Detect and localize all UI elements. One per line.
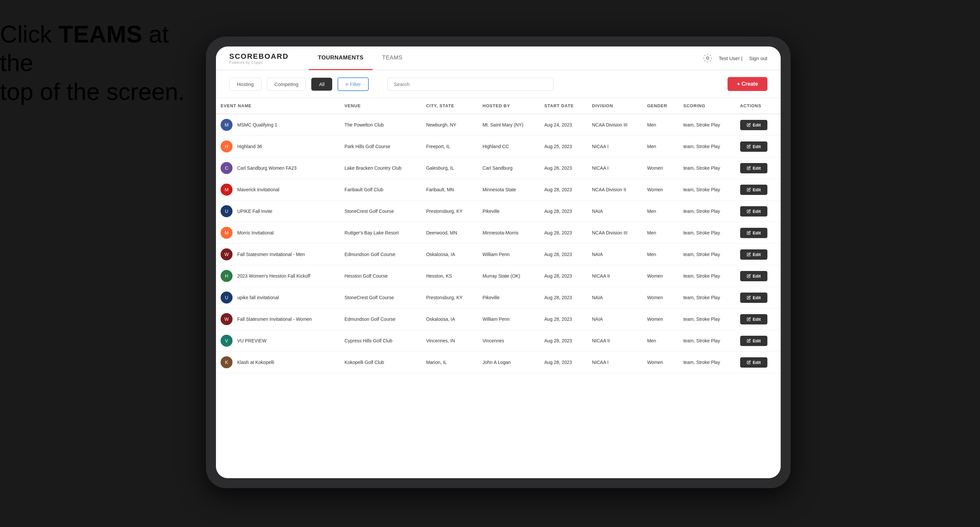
cell-city-state: Deerwood, MN (422, 222, 478, 244)
cell-hosted-by: Pikeville (478, 201, 539, 222)
instruction-text: Click TEAMS at thetop of the screen. (0, 20, 206, 106)
edit-button[interactable]: Edit (740, 185, 768, 195)
table-row: V VU PREVIEW Cypress Hills Golf Club Vin… (216, 330, 781, 352)
cell-division: NCAA Division II (587, 179, 643, 201)
event-name-text: MSMC Qualifying 1 (237, 122, 277, 127)
cell-hosted-by: Carl Sandburg (478, 157, 539, 179)
cell-start-date: Aug 25, 2023 (539, 136, 587, 157)
col-actions: ACTIONS (735, 98, 781, 114)
filter-button[interactable]: ≡ Filter (337, 77, 369, 91)
cell-gender: Men (643, 222, 679, 244)
cell-scoring: team, Stroke Play (679, 136, 735, 157)
edit-button[interactable]: Edit (740, 163, 768, 173)
cell-hosted-by: Murray State (OK) (478, 265, 539, 287)
event-name-text: UPIKE Fall Invite (237, 208, 272, 214)
cell-venue: Edmundson Golf Course (340, 244, 422, 265)
hosting-button[interactable]: Hosting (229, 78, 261, 90)
edit-button[interactable]: Edit (740, 141, 768, 152)
team-logo: U (221, 292, 232, 303)
cell-gender: Men (643, 114, 679, 136)
all-button[interactable]: All (311, 78, 332, 90)
cell-city-state: Oskaloosa, IA (422, 244, 478, 265)
edit-button[interactable]: Edit (740, 336, 768, 346)
team-logo: H (221, 270, 232, 282)
cell-city-state: Vincennes, IN (422, 330, 478, 352)
cell-gender: Men (643, 244, 679, 265)
cell-hosted-by: Minnesota-Morris (478, 222, 539, 244)
edit-button[interactable]: Edit (740, 249, 768, 260)
cell-actions: Edit (735, 201, 781, 222)
cell-start-date: Aug 24, 2023 (539, 114, 587, 136)
table-row: M MSMC Qualifying 1 The Powelton Club Ne… (216, 114, 781, 136)
cell-division: NCAA Division III (587, 114, 643, 136)
cell-start-date: Aug 26, 2023 (539, 157, 587, 179)
cell-actions: Edit (735, 330, 781, 352)
cell-division: NCAA Division III (587, 222, 643, 244)
cell-city-state: Oskaloosa, IA (422, 308, 478, 330)
cell-actions: Edit (735, 287, 781, 308)
edit-button[interactable]: Edit (740, 271, 768, 281)
gear-icon[interactable] (703, 54, 712, 63)
cell-venue: Kokopelli Golf Club (340, 352, 422, 373)
cell-event-name: W Fall Statesmen Invitational - Women (216, 308, 340, 330)
table-row: K Klash at Kokopelli Kokopelli Golf Club… (216, 352, 781, 373)
col-hosted-by: HOSTED BY (478, 98, 539, 114)
event-name-text: Fall Statesmen Invitational - Men (237, 252, 305, 257)
cell-scoring: team, Stroke Play (679, 201, 735, 222)
cell-gender: Women (643, 287, 679, 308)
col-division: DIVISION (587, 98, 643, 114)
cell-hosted-by: Vincennes (478, 330, 539, 352)
cell-actions: Edit (735, 179, 781, 201)
instruction-line1: Click TEAMS at thetop of the screen. (0, 21, 185, 105)
col-venue: VENUE (340, 98, 422, 114)
edit-button[interactable]: Edit (740, 206, 768, 216)
cell-event-name: W Fall Statesmen Invitational - Men (216, 244, 340, 265)
cell-start-date: Aug 28, 2023 (539, 287, 587, 308)
cell-venue: Park Hills Golf Course (340, 136, 422, 157)
table-row: W Fall Statesmen Invitational - Women Ed… (216, 308, 781, 330)
cell-scoring: team, Stroke Play (679, 265, 735, 287)
sign-out-link[interactable]: Sign out (749, 56, 767, 61)
edit-button[interactable]: Edit (740, 292, 768, 303)
cell-actions: Edit (735, 136, 781, 157)
cell-scoring: team, Stroke Play (679, 244, 735, 265)
cell-gender: Women (643, 265, 679, 287)
cell-scoring: team, Stroke Play (679, 330, 735, 352)
tab-teams[interactable]: TEAMS (373, 46, 412, 70)
search-input[interactable] (387, 78, 554, 90)
table-row: H Highland 36 Park Hills Golf Course Fre… (216, 136, 781, 157)
edit-button[interactable]: Edit (740, 120, 768, 130)
cell-city-state: Hesston, KS (422, 265, 478, 287)
event-name-text: Klash at Kokopelli (237, 360, 274, 365)
edit-button[interactable]: Edit (740, 228, 768, 238)
edit-button[interactable]: Edit (740, 314, 768, 324)
cell-venue: Hesston Golf Course (340, 265, 422, 287)
event-name-text: Fall Statesmen Invitational - Women (237, 316, 312, 322)
cell-hosted-by: Mt. Saint Mary (NY) (478, 114, 539, 136)
table-row: W Fall Statesmen Invitational - Men Edmu… (216, 244, 781, 265)
col-event-name: EVENT NAME (216, 98, 340, 114)
cell-division: NICAA II (587, 330, 643, 352)
create-button[interactable]: + Create (727, 77, 767, 91)
cell-venue: Edmundson Golf Course (340, 308, 422, 330)
cell-venue: StoneCrest Golf Course (340, 201, 422, 222)
cell-event-name: U upike fall invitational (216, 287, 340, 308)
cell-start-date: Aug 28, 2023 (539, 352, 587, 373)
event-name-text: 2023 Women's Hesston Fall Kickoff (237, 273, 310, 279)
cell-start-date: Aug 28, 2023 (539, 265, 587, 287)
cell-hosted-by: Minnesota State (478, 179, 539, 201)
instruction-teams-bold: TEAMS (59, 21, 142, 48)
tab-tournaments[interactable]: TOURNAMENTS (309, 46, 373, 70)
cell-start-date: Aug 28, 2023 (539, 201, 587, 222)
cell-actions: Edit (735, 157, 781, 179)
team-logo: W (221, 313, 232, 325)
app-header: SCOREBOARD Powered by Clippit TOURNAMENT… (216, 46, 781, 70)
competing-button[interactable]: Competing (267, 78, 306, 90)
edit-button[interactable]: Edit (740, 357, 768, 368)
col-start-date: START DATE (539, 98, 587, 114)
cell-venue: Faribault Golf Club (340, 179, 422, 201)
logo-sub: Powered by Clippit (229, 61, 289, 64)
cell-actions: Edit (735, 222, 781, 244)
logo-area: SCOREBOARD Powered by Clippit (229, 52, 289, 64)
user-info: Test User | (719, 56, 743, 61)
